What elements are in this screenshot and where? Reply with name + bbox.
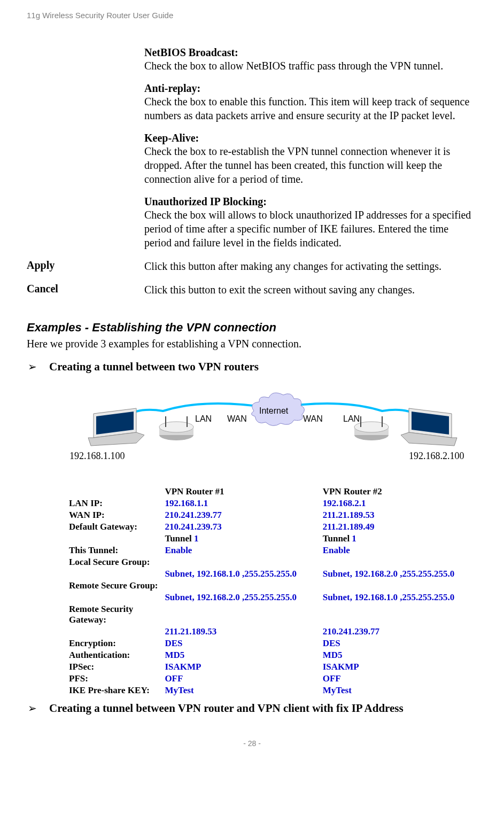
table-header-row: VPN Router #1 VPN Router #2 bbox=[67, 486, 478, 498]
bullet-item-router-client: ➢ Creating a tunnel between VPN router a… bbox=[27, 702, 477, 715]
definition-netbios: NetBIOS Broadcast: Check the box to allo… bbox=[144, 46, 477, 73]
definition-body: Check the box to allow NetBIOS traffic p… bbox=[144, 60, 443, 72]
table-cell-value: MD5 bbox=[162, 649, 320, 661]
table-cell-value bbox=[321, 556, 478, 568]
table-cell-value: MyTest bbox=[321, 685, 478, 696]
row-apply: Apply Click this button after making any… bbox=[27, 259, 477, 273]
bullet-arrow-icon: ➢ bbox=[27, 360, 49, 373]
diagram-label-wan-left: WAN bbox=[227, 414, 247, 423]
table-cell-label: LAN IP: bbox=[67, 498, 162, 509]
table-cell bbox=[67, 486, 162, 498]
table-cell-value: 192.168.1.1 bbox=[162, 498, 320, 509]
diagram-label-internet: Internet bbox=[259, 406, 289, 415]
table-cell-value: 210.241.239.73 bbox=[162, 521, 320, 533]
table-cell-value: 192.168.2.1 bbox=[321, 498, 478, 509]
table-row: Remote Secure Group: bbox=[67, 580, 478, 592]
table-cell-label bbox=[67, 592, 162, 603]
table-cell-label: Encryption: bbox=[67, 638, 162, 649]
table-cell-value: Subnet, 192.168.2.0 ,255.255.255.0 bbox=[162, 592, 320, 603]
table-cell-value: MD5 bbox=[321, 649, 478, 661]
table-cell-value: 211.21.189.53 bbox=[321, 509, 478, 521]
table-cell-label: WAN IP: bbox=[67, 509, 162, 521]
table-cell-value: Tunnel 1 bbox=[162, 533, 320, 545]
table-row: IPSec:ISAKMPISAKMP bbox=[67, 661, 478, 673]
table-cell-value: 210.241.239.77 bbox=[162, 509, 320, 521]
diagram-label-lan-right: LAN bbox=[343, 414, 360, 423]
table-row: 211.21.189.53210.241.239.77 bbox=[67, 626, 478, 638]
definition-body: Check the box to enable this function. T… bbox=[144, 96, 469, 121]
table-cell-label bbox=[67, 533, 162, 545]
table-cell-value: MyTest bbox=[162, 685, 320, 696]
vpn-config-table: VPN Router #1 VPN Router #2 LAN IP:192.1… bbox=[67, 486, 478, 696]
definition-heading: NetBIOS Broadcast: bbox=[144, 46, 238, 58]
table-cell-label: Remote Secure Group: bbox=[67, 580, 162, 592]
definition-heading: Anti-replay: bbox=[144, 82, 200, 94]
diagram-label-lan-left: LAN bbox=[195, 414, 212, 423]
table-row: PFS:OFFOFF bbox=[67, 673, 478, 685]
definition-unauthorized-ip: Unauthorized IP Blocking: Check the box … bbox=[144, 196, 477, 250]
table-row: Subnet, 192.168.1.0 ,255.255.255.0Subnet… bbox=[67, 568, 478, 580]
definition-heading: Keep-Alive: bbox=[144, 132, 199, 144]
table-cell-label: This Tunnel: bbox=[67, 545, 162, 556]
page-footer: - 28 - bbox=[27, 739, 477, 748]
table-cell-value: 211.21.189.49 bbox=[321, 521, 478, 533]
definition-keep-alive: Keep-Alive: Check the box to re-establis… bbox=[144, 132, 477, 186]
vpn-topology-figure: 192.168.1.100 LAN WAN Internet WAN LAN bbox=[67, 382, 477, 696]
table-row: IKE Pre-share KEY:MyTestMyTest bbox=[67, 685, 478, 696]
definition-body: Check the box will allows to block unaut… bbox=[144, 209, 471, 249]
table-cell: VPN Router #1 bbox=[162, 486, 320, 498]
table-row: Tunnel 1Tunnel 1 bbox=[67, 533, 478, 545]
table-cell-value bbox=[321, 603, 478, 626]
table-cell-value: ISAKMP bbox=[162, 661, 320, 673]
row-text: Click this button after making any chang… bbox=[144, 259, 477, 273]
table-cell-value bbox=[162, 556, 320, 568]
table-row: Default Gateway:210.241.239.73211.21.189… bbox=[67, 521, 478, 533]
row-label: Apply bbox=[27, 259, 144, 273]
bullet-arrow-icon: ➢ bbox=[27, 702, 49, 715]
table-row: LAN IP:192.168.1.1192.168.2.1 bbox=[67, 498, 478, 509]
definition-body: Check the box to re-establish the VPN tu… bbox=[144, 145, 450, 185]
table-cell-value: Subnet, 192.168.1.0 ,255.255.255.0 bbox=[321, 592, 478, 603]
section-intro: Here we provide 3 examples for establish… bbox=[27, 337, 477, 351]
table-cell-label: Local Secure Group: bbox=[67, 556, 162, 568]
table-cell-label bbox=[67, 568, 162, 580]
table-cell-value: Subnet, 192.168.2.0 ,255.255.255.0 bbox=[321, 568, 478, 580]
table-cell-value: 211.21.189.53 bbox=[162, 626, 320, 638]
table-cell-label: Authentication: bbox=[67, 649, 162, 661]
diagram-label-wan-right: WAN bbox=[303, 414, 323, 423]
table-cell-label: Default Gateway: bbox=[67, 521, 162, 533]
table-cell-value: ISAKMP bbox=[321, 661, 478, 673]
table-cell-value: Enable bbox=[162, 545, 320, 556]
table-row: Local Secure Group: bbox=[67, 556, 478, 568]
svg-point-2 bbox=[159, 422, 193, 432]
table-cell-label: IPSec: bbox=[67, 661, 162, 673]
row-label: Cancel bbox=[27, 283, 144, 297]
table-row: Encryption:DESDES bbox=[67, 638, 478, 649]
bullet-text: Creating a tunnel between VPN router and… bbox=[49, 702, 477, 715]
bullet-text: Creating a tunnel between two VPN router… bbox=[49, 360, 477, 374]
table-row: Subnet, 192.168.2.0 ,255.255.255.0Subnet… bbox=[67, 592, 478, 603]
bullet-item-two-routers: ➢ Creating a tunnel between two VPN rout… bbox=[27, 360, 477, 374]
table-cell-value bbox=[162, 580, 320, 592]
table-cell-label: IKE Pre-share KEY: bbox=[67, 685, 162, 696]
table-cell-label: Remote Security Gateway: bbox=[67, 603, 162, 626]
table-cell-value: DES bbox=[162, 638, 320, 649]
section-heading: Examples - Establishing the VPN connecti… bbox=[27, 321, 477, 335]
diagram-ip-right: 192.168.2.100 bbox=[409, 451, 464, 461]
table-cell-value: Tunnel 1 bbox=[321, 533, 478, 545]
definition-heading: Unauthorized IP Blocking: bbox=[144, 196, 267, 207]
row-cancel: Cancel Click this button to exit the scr… bbox=[27, 283, 477, 297]
page-header: 11g Wireless Security Router User Guide bbox=[27, 11, 477, 20]
table-cell-label bbox=[67, 626, 162, 638]
table-cell-value: Enable bbox=[321, 545, 478, 556]
table-cell-value: OFF bbox=[162, 673, 320, 685]
network-diagram-icon: 192.168.1.100 LAN WAN Internet WAN LAN bbox=[67, 382, 478, 483]
table-cell-value: 210.241.239.77 bbox=[321, 626, 478, 638]
table-row: Remote Security Gateway: bbox=[67, 603, 478, 626]
table-cell-value: Subnet, 192.168.1.0 ,255.255.255.0 bbox=[162, 568, 320, 580]
table-cell-value: OFF bbox=[321, 673, 478, 685]
table-cell-value: DES bbox=[321, 638, 478, 649]
diagram-ip-left: 192.168.1.100 bbox=[69, 451, 125, 461]
definition-anti-replay: Anti-replay: Check the box to enable thi… bbox=[144, 82, 477, 122]
svg-point-7 bbox=[354, 422, 389, 432]
